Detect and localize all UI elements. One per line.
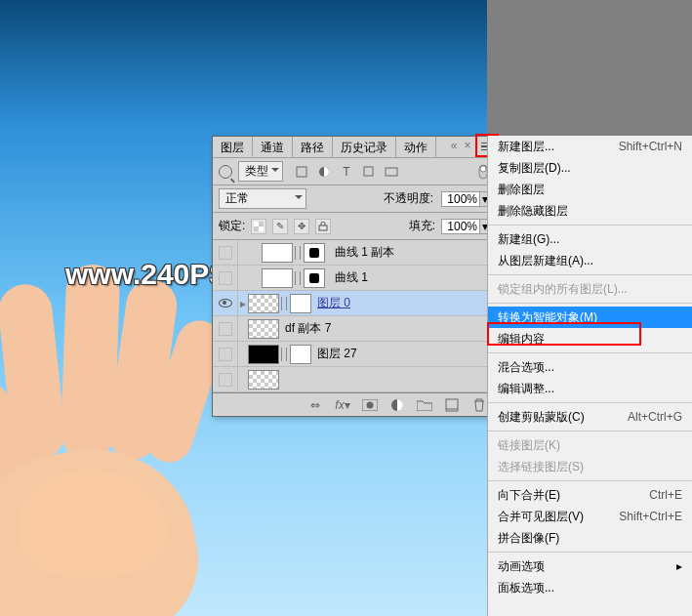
svg-point-11 (367, 401, 374, 408)
panel-footer: ⇔ fx▾ (213, 392, 496, 416)
filter-type-icon[interactable]: T (340, 165, 353, 179)
blend-mode-row: 正常 不透明度: ▾ (213, 185, 496, 213)
tab-paths[interactable]: 路径 (293, 137, 333, 157)
tab-channels[interactable]: 通道 (253, 137, 293, 157)
menu-item-merge-down[interactable]: 向下合并(E)Ctrl+E (488, 484, 692, 506)
new-layer-icon[interactable] (443, 397, 461, 413)
menu-item-delete-hidden[interactable]: 删除隐藏图层 (488, 200, 692, 222)
layer-row[interactable]: 曲线 1 (213, 266, 496, 291)
lock-row: 锁定: ✎ ✥ 填充: ▾ (213, 213, 496, 240)
add-mask-icon[interactable] (361, 397, 379, 413)
panel-tab-bar: 图层 通道 路径 历史记录 动作 « × (213, 137, 496, 158)
svg-rect-8 (259, 226, 264, 231)
visibility-toggle[interactable] (213, 266, 238, 290)
tab-layers[interactable]: 图层 (213, 137, 253, 157)
fill-input[interactable]: ▾ (441, 219, 490, 234)
layer-row[interactable]: 曲线 1 副本 (213, 240, 496, 266)
blend-mode-dropdown[interactable]: 正常 (219, 188, 306, 209)
layer-list: 曲线 1 副本 曲线 1 ▸ 图层 0 df 副本 7 (213, 240, 496, 392)
layer-name[interactable]: df 副本 7 (285, 320, 331, 337)
lock-pixels-icon[interactable] (251, 219, 266, 234)
menu-item-new-group[interactable]: 新建组(G)... (488, 228, 692, 250)
menu-item-lock-all-in-group: 锁定组内的所有图层(L)... (488, 278, 692, 300)
visibility-toggle[interactable] (213, 316, 238, 341)
svg-rect-2 (364, 167, 373, 176)
layer-mask-thumb[interactable] (290, 345, 311, 364)
menu-item-select-linked: 选择链接图层(S) (488, 456, 692, 477)
tab-actions[interactable]: 动作 (396, 137, 436, 157)
lock-position-icon[interactable]: ✥ (294, 219, 309, 234)
menu-item-blending-options[interactable]: 混合选项... (488, 356, 692, 378)
layer-thumb[interactable] (248, 294, 279, 313)
opacity-field[interactable] (441, 191, 480, 207)
layer-mask-thumb[interactable] (304, 268, 325, 288)
menu-item-new-group-from-layers[interactable]: 从图层新建组(A)... (488, 250, 692, 271)
layer-row[interactable]: 图层 27 (213, 342, 496, 367)
layer-thumb[interactable] (248, 345, 279, 364)
highlight-marker (487, 322, 641, 346)
lock-all-icon[interactable] (315, 219, 331, 234)
layer-name[interactable]: 曲线 1 (335, 269, 368, 286)
layer-name[interactable]: 图层 0 (317, 295, 350, 311)
layer-row[interactable]: df 副本 7 (213, 316, 496, 342)
menu-item-merge-visible[interactable]: 合并可见图层(V)Shift+Ctrl+E (488, 506, 692, 527)
layer-mask-thumb[interactable] (290, 294, 311, 313)
layers-panel: 图层 通道 路径 历史记录 动作 « × 类型 T 正常 不透明度: ▾ 锁定: (212, 136, 497, 417)
lock-brush-icon[interactable]: ✎ (272, 219, 288, 234)
layer-row[interactable]: ▸ 图层 0 (213, 291, 496, 316)
menu-item-create-clipping-mask[interactable]: 创建剪贴蒙版(C)Alt+Ctrl+G (488, 406, 692, 428)
filter-smart-icon[interactable] (385, 165, 398, 179)
expand-arrow-icon[interactable]: ▸ (238, 297, 248, 310)
svg-rect-0 (297, 167, 306, 177)
panel-flyout-menu: 新建图层...Shift+Ctrl+N 复制图层(D)... 删除图层 删除隐藏… (487, 136, 692, 616)
close-icon[interactable]: × (461, 139, 474, 152)
menu-item-duplicate-layer[interactable]: 复制图层(D)... (488, 157, 692, 179)
layer-row[interactable] (213, 367, 496, 392)
new-adjustment-icon[interactable] (388, 397, 406, 413)
opacity-input[interactable]: ▾ (441, 191, 490, 207)
visibility-toggle[interactable] (213, 291, 238, 315)
fx-icon[interactable]: fx▾ (334, 397, 351, 413)
tab-history[interactable]: 历史记录 (333, 137, 396, 157)
layer-name[interactable]: 图层 27 (317, 346, 357, 362)
menu-item-animation-options[interactable]: 动画选项▸ (488, 555, 692, 577)
visibility-toggle[interactable] (213, 342, 238, 366)
delete-layer-icon[interactable] (470, 397, 488, 413)
lock-label: 锁定: (219, 218, 245, 234)
new-group-icon[interactable] (416, 397, 433, 413)
svg-rect-7 (254, 222, 259, 226)
visibility-toggle[interactable] (213, 240, 238, 265)
svg-rect-9 (319, 226, 327, 230)
layer-thumb[interactable] (262, 243, 293, 263)
layer-filter-row: 类型 T (213, 158, 496, 185)
menu-item-delete-layer[interactable]: 删除图层 (488, 179, 692, 200)
link-layers-icon[interactable]: ⇔ (306, 397, 324, 413)
layer-name[interactable]: 曲线 1 副本 (335, 244, 394, 261)
opacity-label: 不透明度: (384, 190, 433, 207)
search-icon[interactable] (219, 165, 232, 179)
menu-item-flatten-image[interactable]: 拼合图像(F) (488, 527, 692, 549)
menu-item-panel-options[interactable]: 面板选项... (488, 577, 692, 598)
menu-item-new-layer[interactable]: 新建图层...Shift+Ctrl+N (488, 136, 692, 157)
filter-shape-icon[interactable] (362, 165, 376, 179)
layer-thumb[interactable] (248, 319, 279, 339)
layer-mask-thumb[interactable] (304, 243, 325, 263)
filter-pixel-icon[interactable] (295, 165, 308, 179)
menu-item-edit-adjustment[interactable]: 编辑调整... (488, 378, 692, 399)
fill-label: 填充: (409, 218, 435, 234)
svg-rect-3 (386, 168, 397, 176)
visibility-toggle[interactable] (213, 367, 238, 391)
fill-field[interactable] (441, 219, 480, 234)
layer-thumb[interactable] (262, 268, 293, 288)
filter-adjust-icon[interactable] (317, 165, 331, 179)
filter-kind-dropdown[interactable]: 类型 (238, 161, 283, 182)
collapse-icon[interactable]: « (447, 139, 461, 152)
svg-point-5 (480, 166, 486, 172)
menu-item-link-layers: 链接图层(K) (488, 434, 692, 456)
layer-thumb[interactable] (248, 370, 279, 390)
